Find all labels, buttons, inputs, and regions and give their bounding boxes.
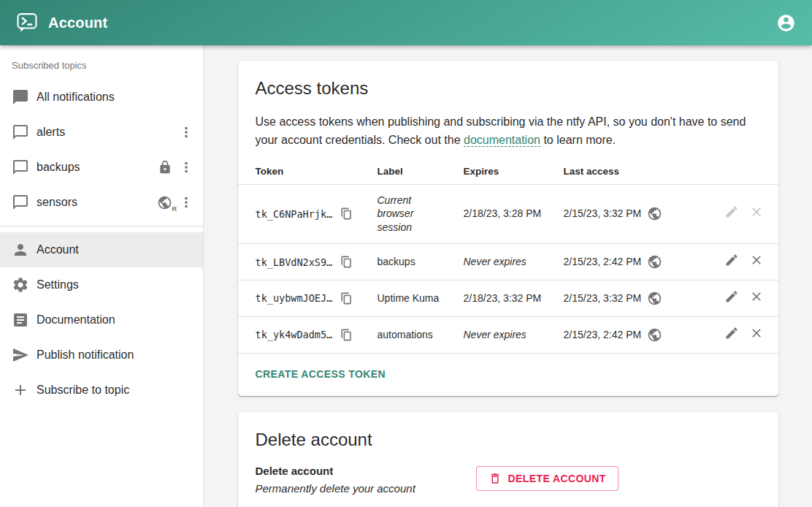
sidebar-item-settings[interactable]: Settings <box>0 267 203 302</box>
copy-token-button[interactable] <box>340 255 353 269</box>
description-text: to learn more. <box>540 134 616 146</box>
edit-token-button[interactable] <box>724 289 739 304</box>
reserved-badge: R <box>172 205 177 213</box>
delete-account-card: Delete account Delete account Permanentl… <box>238 412 778 507</box>
more-vert-icon <box>178 159 194 175</box>
copy-token-button[interactable] <box>340 207 353 221</box>
sidebar-item-label: All notifications <box>37 91 194 104</box>
page-title: Account <box>48 15 107 31</box>
reserved-globe-icon: R <box>157 195 172 210</box>
token-label: backups <box>378 244 464 281</box>
plus-icon <box>12 381 29 399</box>
sidebar-item-label: Publish notification <box>37 348 194 362</box>
token-value: tk_yk4wDadm5… <box>256 328 333 341</box>
more-vert-icon <box>178 124 194 140</box>
token-expires: Never expires <box>464 317 564 354</box>
delete-token-button <box>749 205 764 219</box>
delete-account-button[interactable]: DELETE ACCOUNT <box>476 466 618 491</box>
copy-token-button[interactable] <box>340 328 353 342</box>
token-row: tk_yk4wDadm5… automations Never expires … <box>238 317 778 354</box>
app-bar: Account <box>0 0 812 45</box>
documentation-link[interactable]: documentation <box>464 134 540 147</box>
topic-menu-button[interactable] <box>178 159 194 175</box>
sidebar-item-account[interactable]: Account <box>0 232 203 267</box>
globe-icon <box>647 206 662 221</box>
sidebar-divider <box>0 226 203 226</box>
sidebar-item-documentation[interactable]: Documentation <box>0 302 203 338</box>
delete-account-row-title: Delete account <box>256 465 476 477</box>
chat-filled-icon <box>12 88 29 106</box>
column-header-last-access: Last access <box>564 157 688 185</box>
edit-token-button <box>724 205 739 219</box>
token-value: tk_uybwmJOEJ… <box>256 291 333 305</box>
close-icon <box>749 253 764 267</box>
sidebar-item-sensors[interactable]: sensors R <box>0 185 203 220</box>
globe-icon <box>647 327 662 343</box>
sidebar-item-subscribe-to-topic[interactable]: Subscribe to topic <box>0 373 203 408</box>
delete-token-button[interactable] <box>749 289 764 304</box>
token-row: tk_C6NPaHrjk… Current browser session 2/… <box>238 184 778 244</box>
person-icon <box>12 241 29 259</box>
chat-outline-icon <box>12 159 29 176</box>
edit-token-button[interactable] <box>724 326 739 340</box>
chat-outline-icon <box>12 194 29 211</box>
delete-account-button-label: DELETE ACCOUNT <box>508 473 606 484</box>
globe-icon <box>647 291 662 306</box>
sidebar-item-all-notifications[interactable]: All notifications <box>0 80 203 115</box>
article-icon <box>12 311 29 329</box>
token-expires: 2/18/23, 3:28 PM <box>464 184 564 244</box>
copy-icon <box>340 255 353 269</box>
lock-icon <box>158 160 172 175</box>
access-tokens-title: Access tokens <box>238 61 778 99</box>
subscribed-topics-label: Subscribed topics <box>0 60 203 80</box>
pencil-icon <box>724 205 739 219</box>
delete-account-row-subtitle: Permanently delete your account <box>256 482 476 495</box>
close-icon <box>749 205 764 219</box>
table-header-row: Token Label Expires Last access <box>238 157 778 185</box>
sidebar-item-label: Documentation <box>37 313 194 327</box>
delete-token-button[interactable] <box>749 326 764 340</box>
sidebar-item-label: Settings <box>37 278 194 291</box>
gear-icon <box>12 276 29 294</box>
account-circle-icon <box>776 13 796 33</box>
more-vert-icon <box>178 194 194 210</box>
sidebar-item-label: alerts <box>37 126 178 139</box>
access-tokens-table: Token Label Expires Last access tk_C6NPa… <box>238 157 778 354</box>
token-last-access: 2/15/23, 2:42 PM <box>564 328 642 342</box>
token-expires: 2/18/23, 3:32 PM <box>464 281 564 317</box>
copy-token-button[interactable] <box>340 291 353 305</box>
edit-token-button[interactable] <box>724 253 739 267</box>
token-value: tk_C6NPaHrjk… <box>256 207 333 221</box>
token-row: tk_LBVdN2xS9… backups Never expires 2/15… <box>238 244 778 281</box>
delete-account-text: Delete account Permanently delete your a… <box>256 465 476 495</box>
token-last-access: 2/15/23, 2:42 PM <box>564 255 642 269</box>
column-header-actions <box>688 157 778 185</box>
account-menu-button[interactable] <box>776 13 796 33</box>
sidebar-item-label: backups <box>37 161 158 174</box>
token-label: automations <box>378 317 464 354</box>
create-access-token-button[interactable]: CREATE ACCESS TOKEN <box>256 364 386 384</box>
sidebar-item-label: Account <box>37 243 194 256</box>
copy-icon <box>340 207 353 221</box>
token-row: tk_uybwmJOEJ… Uptime Kuma 2/18/23, 3:32 … <box>238 281 778 317</box>
copy-icon <box>340 291 353 305</box>
token-label: Uptime Kuma <box>378 281 464 317</box>
topic-menu-button[interactable] <box>178 124 194 140</box>
sidebar-item-publish-notification[interactable]: Publish notification <box>0 338 203 373</box>
pencil-icon <box>724 253 739 267</box>
main-content: Access tokens Use access tokens when pub… <box>204 45 812 507</box>
access-tokens-card: Access tokens Use access tokens when pub… <box>238 61 778 396</box>
token-last-access: 2/15/23, 3:32 PM <box>564 291 642 305</box>
close-icon <box>749 289 764 304</box>
topic-menu-button[interactable] <box>178 194 194 210</box>
globe-icon <box>647 254 662 270</box>
sidebar-item-backups[interactable]: backups <box>0 150 203 185</box>
sidebar-item-label: sensors <box>37 196 157 209</box>
delete-token-button[interactable] <box>749 253 764 267</box>
send-icon <box>12 346 29 364</box>
sidebar-item-alerts[interactable]: alerts <box>0 115 203 150</box>
copy-icon <box>340 328 353 342</box>
token-expires: Never expires <box>464 244 564 281</box>
sidebar-item-label: Subscribe to topic <box>37 384 194 397</box>
access-tokens-description: Use access tokens when publishing and su… <box>238 99 778 153</box>
